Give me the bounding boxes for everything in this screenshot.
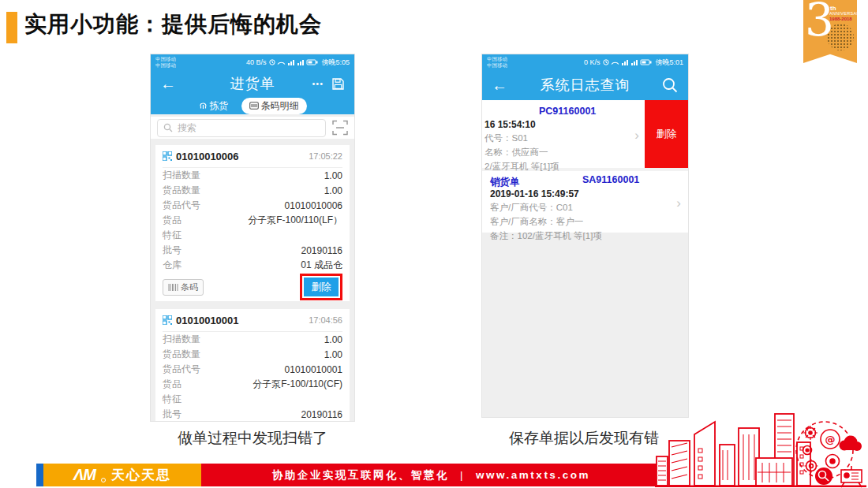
log-item[interactable]: 销货单 SA91160001 2019-01-16 15:49:57 客户/厂商… xyxy=(482,171,688,233)
left-phone-screenshot: 中国移动 中国移动 40 B/s 傍晚5:05 ← xyxy=(150,54,355,422)
caption-left: 做单过程中发现扫错了 xyxy=(134,428,371,449)
search-button[interactable] xyxy=(661,76,679,94)
status-bar: 中国移动 中国移动 0 K/s 傍晚5:01 xyxy=(482,54,688,70)
footer-slogan-bar: 协助企业实现互联网化、智慧化 | www.amtxts.com xyxy=(201,464,661,486)
delete-button[interactable]: 删除 xyxy=(304,278,339,296)
back-button[interactable]: ← xyxy=(160,76,176,91)
barcode-icon xyxy=(168,284,178,291)
barcode-item-card: 01010010006 17:05:22 扫描数量1.00 货品数量1.00 货… xyxy=(155,145,350,301)
title-accent-bar xyxy=(6,12,17,43)
city-skyline-illustration: @ xyxy=(655,409,868,488)
footer-blue-strip xyxy=(36,464,43,486)
more-menu-button[interactable]: ••• xyxy=(312,79,324,88)
tab-bar: 拣货 条码明细 xyxy=(151,97,354,114)
badge-word: ANNIVERSARY xyxy=(829,11,857,16)
doc-type: 销货单 xyxy=(490,177,520,188)
field-row: 货品数量1.00 xyxy=(163,347,342,362)
page-title: 实用小功能：提供后悔的机会 xyxy=(24,9,322,39)
empty-list-area xyxy=(482,233,688,417)
item-actions: 条码 删除 xyxy=(163,273,342,301)
svg-text:@: @ xyxy=(825,434,836,445)
footer-logo-block: ΛM 天心天思 xyxy=(43,464,201,486)
search-placeholder: 搜索 xyxy=(178,121,196,135)
field-row: 特征 xyxy=(163,392,342,407)
item-code: 01010010006 xyxy=(176,151,239,162)
anniversary-badge: 3 th ANNIVERSARY 1988-2018 xyxy=(803,0,857,63)
chevron-right-icon: › xyxy=(634,129,639,142)
right-phone-screenshot: 中国移动 中国移动 0 K/s 傍晚5:01 ← 系 xyxy=(481,54,689,418)
carrier-labels: 中国移动 中国移动 xyxy=(487,56,507,69)
brand-name: 天心天思 xyxy=(111,466,171,484)
status-bar: 中国移动 中国移动 40 B/s 傍晚5:05 xyxy=(151,54,354,70)
item-header: 01010010006 17:05:22 xyxy=(163,145,342,168)
footer-slogan: 协助企业实现互联网化、智慧化 xyxy=(272,468,449,482)
field-row: 批号20190116 xyxy=(163,407,342,422)
clock-time: 傍晚5:01 xyxy=(655,58,683,68)
back-button[interactable]: ← xyxy=(492,77,507,93)
item-code: 01010010001 xyxy=(176,315,239,326)
log-line: 客户/厂商名称：客户一 xyxy=(490,216,688,228)
picking-icon xyxy=(199,102,208,110)
qr-code-icon xyxy=(163,151,172,161)
log-datetime: 2019-01-16 15:49:57 xyxy=(490,188,688,199)
status-icons xyxy=(268,58,319,67)
field-row: 扫描数量1.00 xyxy=(163,168,342,183)
app-bar: ← 系统日志查询 xyxy=(482,70,688,100)
footer-website: www.amtxts.com xyxy=(476,469,590,481)
field-row: 货品分子泵F-100/110(CF) xyxy=(163,377,342,392)
field-row: 货品数量1.00 xyxy=(163,183,342,198)
field-row: 仓库01 成品仓 xyxy=(163,258,342,273)
net-speed: 0 K/s xyxy=(584,58,600,66)
carrier-labels: 中国移动 中国移动 xyxy=(155,56,176,69)
appbar-title: 系统日志查询 xyxy=(482,76,688,95)
field-row: 货品分子泵F-100/110(LF） xyxy=(163,213,342,228)
scan-icon[interactable] xyxy=(332,120,348,136)
search-input[interactable]: 搜索 xyxy=(157,119,326,137)
doc-number: SA91160001 xyxy=(582,174,639,185)
field-row: 特征 xyxy=(163,228,342,243)
item-header: 01010010001 17:04:56 xyxy=(163,309,342,332)
status-icons xyxy=(602,58,653,67)
tab-picking[interactable]: 拣货 xyxy=(199,99,229,113)
logo-mark-dot xyxy=(101,478,106,482)
footer-divider: | xyxy=(460,469,465,481)
badge-years: 1988-2018 xyxy=(829,17,852,21)
item-time: 17:05:22 xyxy=(309,151,342,161)
item-time: 17:04:56 xyxy=(309,315,342,325)
net-speed: 40 B/s xyxy=(246,58,267,66)
search-row: 搜索 xyxy=(151,117,354,139)
doc-number: PC91160001 xyxy=(539,106,596,117)
field-row: 扫描数量1.00 xyxy=(163,332,342,347)
log-line: 备注：102/蓝牙耳机 等[1]项 xyxy=(490,230,688,242)
search-icon xyxy=(163,123,173,132)
field-row: 货品代号01010010006 xyxy=(163,198,342,213)
field-row: 货品代号01010010001 xyxy=(163,362,342,377)
chevron-right-icon: › xyxy=(676,196,681,210)
tab-barcode-detail[interactable]: 条码明细 xyxy=(241,98,307,114)
field-row: 批号20190116 xyxy=(163,243,342,258)
company-logo: ΛM xyxy=(73,466,95,484)
qr-code-icon xyxy=(163,315,172,325)
barcode-item-card: 01010010001 17:04:56 扫描数量1.00 货品数量1.00 货… xyxy=(155,309,350,422)
swipe-delete-button[interactable]: 删除 xyxy=(645,100,688,168)
barcode-button[interactable]: 条码 xyxy=(163,279,204,296)
save-icon[interactable] xyxy=(331,77,345,91)
log-item[interactable]: PC91160001 16 15:54:10 代号：S01 名称：供应商一 2/… xyxy=(482,100,688,168)
slide: 实用小功能：提供后悔的机会 3 th ANNIVERSARY 1988-2018… xyxy=(0,0,868,488)
log-line: 客户/厂商代号：C01 xyxy=(490,202,688,214)
app-bar: ← 进货单 ••• xyxy=(151,70,354,97)
clock-time: 傍晚5:05 xyxy=(321,58,350,68)
barcode-detail-icon xyxy=(249,102,259,110)
delete-highlight-box: 删除 xyxy=(300,274,342,300)
